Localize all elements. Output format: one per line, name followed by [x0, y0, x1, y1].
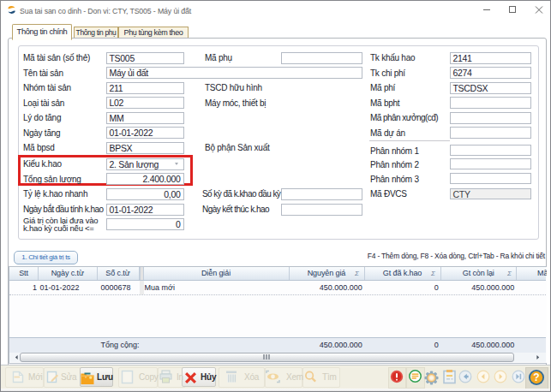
svg-text:?: ? [533, 371, 539, 383]
